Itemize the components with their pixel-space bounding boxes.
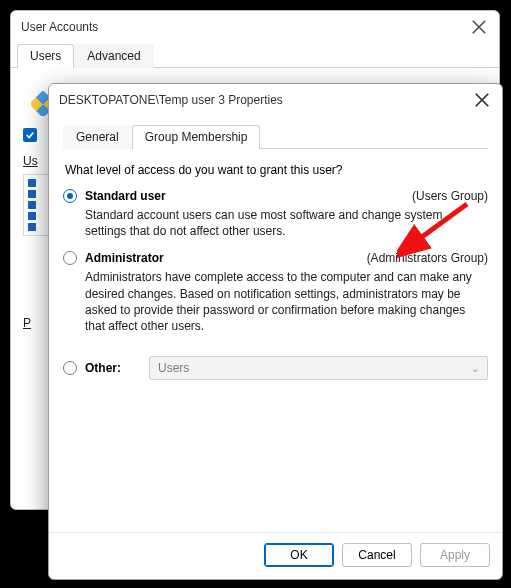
front-title: DESKTOPATONE\Temp user 3 Properties xyxy=(59,93,472,107)
radio-standard-user[interactable] xyxy=(63,189,77,203)
list-item xyxy=(28,223,36,231)
apply-button[interactable]: Apply xyxy=(420,543,490,567)
radio-administrator[interactable] xyxy=(63,251,77,265)
list-item xyxy=(28,201,36,209)
other-label: Other: xyxy=(85,361,121,375)
tab-advanced[interactable]: Advanced xyxy=(74,44,153,68)
option-other: Other: Users ⌄ xyxy=(63,356,488,380)
standard-user-label: Standard user xyxy=(85,189,166,203)
require-signin-checkbox[interactable] xyxy=(23,128,37,142)
close-icon[interactable] xyxy=(469,17,489,37)
list-item xyxy=(28,179,36,187)
other-group-combo[interactable]: Users ⌄ xyxy=(149,356,488,380)
dialog-buttons: OK Cancel Apply xyxy=(49,532,502,579)
back-tabs: Users Advanced xyxy=(11,43,499,68)
cancel-button[interactable]: Cancel xyxy=(342,543,412,567)
administrator-description: Administrators have complete access to t… xyxy=(85,269,486,334)
back-title: User Accounts xyxy=(21,20,469,34)
tab-group-membership[interactable]: Group Membership xyxy=(132,125,261,149)
option-standard-user: Standard user (Users Group) Standard acc… xyxy=(63,189,488,239)
users-list-fragment xyxy=(23,174,49,236)
standard-user-description: Standard account users can use most soft… xyxy=(85,207,486,239)
close-icon[interactable] xyxy=(472,90,492,110)
radio-other[interactable] xyxy=(63,361,77,375)
administrator-group: (Administrators Group) xyxy=(367,251,488,265)
list-item xyxy=(28,212,36,220)
ok-button[interactable]: OK xyxy=(264,543,334,567)
front-tabs: General Group Membership xyxy=(63,124,488,149)
administrator-label: Administrator xyxy=(85,251,164,265)
back-titlebar: User Accounts xyxy=(11,11,499,43)
chevron-down-icon: ⌄ xyxy=(471,363,479,374)
standard-user-group: (Users Group) xyxy=(412,189,488,203)
front-titlebar: DESKTOPATONE\Temp user 3 Properties xyxy=(49,84,502,116)
tab-users[interactable]: Users xyxy=(17,44,74,68)
tab-general[interactable]: General xyxy=(63,125,132,149)
properties-window: DESKTOPATONE\Temp user 3 Properties Gene… xyxy=(48,83,503,580)
combo-value: Users xyxy=(158,361,189,375)
list-item xyxy=(28,190,36,198)
access-level-question: What level of access do you want to gran… xyxy=(65,163,486,177)
option-administrator: Administrator (Administrators Group) Adm… xyxy=(63,251,488,334)
